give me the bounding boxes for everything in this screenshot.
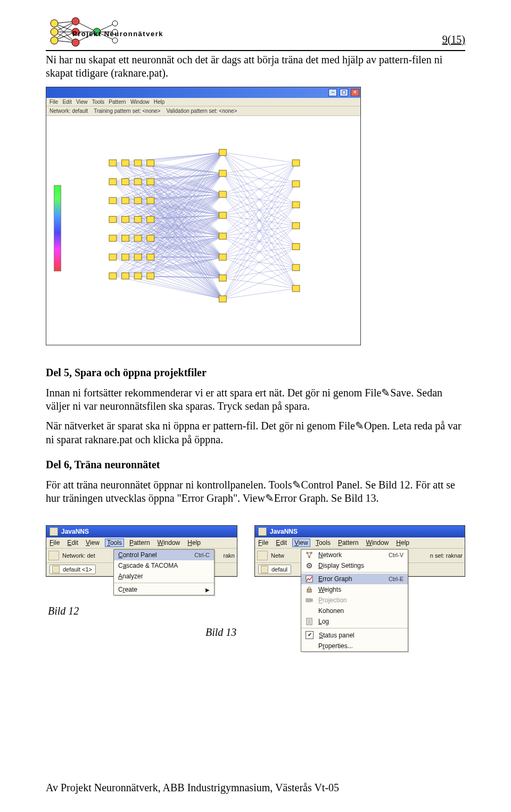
fig11-titlebar: – ▢ × xyxy=(46,87,360,98)
svg-rect-347 xyxy=(292,264,300,271)
fig13-app-title: JavaNNS xyxy=(270,528,298,535)
svg-rect-334 xyxy=(219,149,227,155)
menuitem-create[interactable]: Create▶ xyxy=(114,584,214,595)
fig13-view-dropdown[interactable]: NetworkCtrl-V Display Settings Error Gra… xyxy=(301,549,408,652)
close-icon[interactable]: × xyxy=(351,89,359,96)
menuitem-weights[interactable]: Weights xyxy=(301,584,408,595)
menu-separator xyxy=(114,583,214,583)
gear-icon xyxy=(306,562,313,569)
menu-file[interactable]: File xyxy=(258,539,268,546)
svg-rect-320 xyxy=(134,216,142,222)
menuitem-status-panel[interactable]: ✔ Status panel xyxy=(301,629,408,641)
lock-icon xyxy=(306,586,313,593)
neuralnet-logo-icon: Projekt Neuronnätverk xyxy=(46,16,211,47)
menuitem-display-settings[interactable]: Display Settings xyxy=(301,560,408,571)
svg-rect-356 xyxy=(306,599,311,602)
svg-rect-322 xyxy=(109,235,117,242)
fig13-toolbar-tail: n set: raknar xyxy=(430,552,463,559)
svg-rect-343 xyxy=(292,180,300,187)
svg-rect-327 xyxy=(122,254,129,260)
svg-rect-344 xyxy=(292,202,300,208)
svg-line-304 xyxy=(222,268,296,299)
subwindow-icon xyxy=(52,566,60,573)
svg-rect-340 xyxy=(219,275,227,281)
fig12-menubar[interactable]: File Edit View Tools Pattern Window Help xyxy=(46,537,237,549)
svg-rect-323 xyxy=(122,235,129,242)
menuitem-cascade-tacoma[interactable]: Cascade & TACOMA xyxy=(114,560,214,571)
fig13-inner-window[interactable]: defaul xyxy=(258,565,291,574)
svg-rect-326 xyxy=(109,254,117,260)
intro-paragraph: Ni har nu skapat ett neuronnät och det ä… xyxy=(46,53,465,80)
fig13-menubar[interactable]: File Edit View Tools Pattern Window Help xyxy=(255,537,465,549)
menuitem-kohonen[interactable]: Kohonen xyxy=(301,606,408,616)
svg-rect-328 xyxy=(134,254,142,260)
svg-rect-317 xyxy=(147,197,154,204)
menu-window[interactable]: Window xyxy=(158,539,180,546)
camera-icon xyxy=(306,596,313,604)
minimize-icon[interactable]: – xyxy=(328,89,337,96)
svg-line-184 xyxy=(151,238,223,278)
svg-rect-310 xyxy=(109,178,117,185)
menu-help[interactable]: Help xyxy=(396,539,409,546)
page-number: 9(15) xyxy=(442,34,465,47)
svg-rect-315 xyxy=(122,197,129,204)
subwindow-icon xyxy=(261,566,268,573)
fig12-titlebar: JavaNNS xyxy=(46,526,237,537)
svg-rect-355 xyxy=(307,589,311,592)
svg-rect-329 xyxy=(147,254,154,260)
svg-rect-324 xyxy=(134,235,142,242)
menuitem-properties[interactable]: Properties... xyxy=(301,641,408,651)
svg-line-305 xyxy=(222,288,296,299)
app-icon xyxy=(258,527,267,536)
menu-pattern[interactable]: Pattern xyxy=(129,539,150,546)
menu-view[interactable]: View xyxy=(292,538,310,547)
menu-pattern[interactable]: Pattern xyxy=(338,539,359,546)
section-6-p1: För att träna neuronnätet öppnar ni kont… xyxy=(46,478,465,506)
fig12-inner-window[interactable]: default <1> xyxy=(50,565,96,574)
fig12-toolbar-label: Network: det xyxy=(62,552,95,559)
pencil-icon: ✎ xyxy=(381,387,390,399)
page-footer: Av Projekt Neuronnätverk, ABB Industrigy… xyxy=(46,782,339,794)
section-5-p1: Innan ni fortsätter rekommenderar vi er … xyxy=(46,386,465,413)
svg-line-225 xyxy=(113,276,223,299)
menuitem-log[interactable]: Log xyxy=(301,616,408,627)
svg-point-353 xyxy=(309,565,310,567)
svg-line-292 xyxy=(222,163,296,278)
svg-point-24 xyxy=(112,38,118,43)
menu-edit[interactable]: Edit xyxy=(276,539,287,546)
svg-rect-321 xyxy=(147,216,154,222)
log-icon xyxy=(306,618,313,625)
menuitem-control-panel[interactable]: Control PanelCtrl-C xyxy=(114,550,214,560)
svg-line-257 xyxy=(222,163,296,173)
svg-rect-342 xyxy=(292,160,300,166)
chart-icon xyxy=(306,575,313,583)
fig13-inner-title: defaul xyxy=(271,566,287,573)
fig11-menubar: File Edit View Tools Pattern Window Help xyxy=(46,98,360,106)
menu-tools[interactable]: Tools xyxy=(316,539,331,546)
menu-window[interactable]: Window xyxy=(366,539,389,546)
menuitem-network[interactable]: NetworkCtrl-V xyxy=(301,550,408,560)
menu-edit[interactable]: Edit xyxy=(67,539,78,546)
fig12-tools-dropdown[interactable]: Control PanelCtrl-C Cascade & TACOMA Ana… xyxy=(113,549,215,595)
neuralnet-graph-icon: (function(){ var svg=document.currentScr… xyxy=(46,116,360,345)
maximize-icon[interactable]: ▢ xyxy=(340,89,348,96)
svg-point-22 xyxy=(112,21,118,26)
menu-view[interactable]: View xyxy=(86,539,100,546)
app-icon xyxy=(50,527,58,536)
checkbox-icon[interactable]: ✔ xyxy=(306,631,314,639)
figure-11: – ▢ × File Edit View Tools Pattern Windo… xyxy=(46,87,361,345)
svg-point-18 xyxy=(72,18,79,25)
menu-separator xyxy=(301,572,408,573)
network-icon xyxy=(257,551,268,560)
menu-help[interactable]: Help xyxy=(187,539,201,546)
pencil-icon: ✎ xyxy=(265,492,274,504)
menuitem-error-graph[interactable]: Error GraphCtrl-E xyxy=(301,574,408,584)
menuitem-analyzer[interactable]: Analyzer xyxy=(114,571,214,582)
svg-rect-330 xyxy=(109,272,117,279)
svg-rect-308 xyxy=(134,160,142,166)
menu-file[interactable]: File xyxy=(50,539,60,546)
network-icon xyxy=(306,551,313,559)
svg-text:Projekt Neuronnätverk: Projekt Neuronnätverk xyxy=(72,30,163,38)
menu-tools[interactable]: Tools xyxy=(105,538,124,547)
svg-point-16 xyxy=(51,28,58,36)
